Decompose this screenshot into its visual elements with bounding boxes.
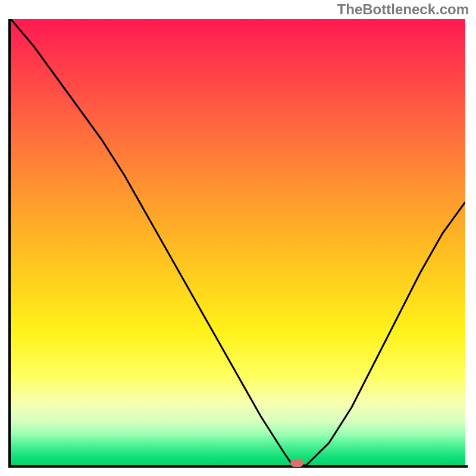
attribution-text: TheBottleneck.com xyxy=(337,1,469,18)
x-axis xyxy=(8,465,468,468)
chart-container: TheBottleneck.com xyxy=(0,0,476,476)
bottleneck-curve xyxy=(11,19,465,465)
optimal-marker xyxy=(290,459,303,467)
